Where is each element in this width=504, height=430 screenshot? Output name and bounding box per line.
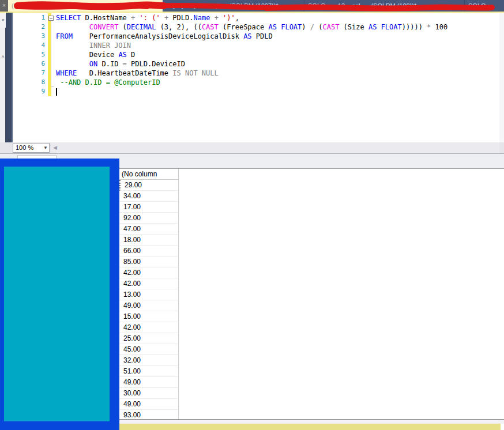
table-cell-value[interactable]: 51.00 — [119, 366, 178, 376]
code-line-3: FROM PerformanceAnalysisDeviceLogicalDis… — [56, 32, 447, 41]
table-row[interactable]: 49.00 — [119, 377, 179, 388]
table-cell-value[interactable]: 45.00 — [119, 344, 178, 354]
editor-bottom-bar: 100 % ▼ ◀ — [0, 142, 504, 153]
code-line-5: Device AS D — [56, 50, 447, 59]
code-line-9 — [56, 87, 447, 96]
sql-code-text: SELECT D.HostName + ': (' + PDLD.Name + … — [56, 13, 447, 96]
table-row[interactable]: 42.00 — [119, 322, 179, 333]
document-tab-3[interactable]: SQLQuery13....sql - ...(SQLPM (100))* — [304, 0, 465, 12]
table-cell-value[interactable]: 49.00 — [119, 300, 178, 311]
line-number: 1 — [13, 13, 45, 22]
table-cell-value[interactable]: 92.00 — [119, 213, 178, 223]
line-number: 6 — [13, 59, 45, 69]
document-tabs: (SQLPM (101))*×SQLQuery11....sql - ...(S… — [8, 0, 504, 12]
table-row[interactable]: 45.00 — [119, 344, 179, 355]
document-tab-bar: × (SQLPM (101))*×SQLQuery11....sql - ...… — [0, 0, 504, 12]
table-cell-value[interactable]: 85.00 — [119, 257, 178, 267]
document-tab-label: (SQLPM (101))* — [12, 2, 57, 9]
scroll-up-icon[interactable]: ^ — [0, 54, 6, 61]
sql-code-editor[interactable]: 123456789 SELECT D.HostName + ': (' + PD… — [13, 13, 499, 142]
table-row[interactable]: 30.00 — [119, 388, 179, 399]
table-row[interactable]: 49.00 — [119, 300, 179, 311]
document-tab-1[interactable]: (SQLPM (101))*× — [8, 0, 163, 12]
table-cell-value[interactable]: 17.00 — [119, 202, 178, 212]
line-number: 4 — [13, 41, 45, 50]
document-tab-4[interactable]: SQLQue — [465, 0, 504, 12]
table-row[interactable]: 29.00 — [119, 180, 179, 191]
table-row[interactable]: 92.00 — [119, 213, 179, 224]
table-cell-value[interactable]: 47.00 — [119, 224, 178, 234]
table-cell-value[interactable]: 42.00 — [119, 267, 178, 278]
code-line-1: SELECT D.HostName + ': (' + PDLD.Name + … — [56, 13, 447, 22]
line-number: 9 — [13, 87, 45, 96]
editor-vertical-scrollbar[interactable] — [499, 13, 504, 142]
fold-guide-line — [51, 21, 51, 86]
table-row[interactable]: 42.00 — [119, 267, 179, 278]
table-cell-value[interactable]: 18.00 — [119, 235, 178, 245]
line-number: 5 — [13, 50, 45, 59]
line-number: 3 — [13, 32, 45, 41]
table-cell-value[interactable]: 49.00 — [119, 377, 178, 387]
table-row[interactable]: 32.00 — [119, 355, 179, 366]
zoom-level-dropdown[interactable]: 100 % ▼ — [13, 143, 50, 153]
table-row[interactable]: 34.00 — [119, 191, 179, 202]
chevron-down-icon: ▼ — [43, 144, 48, 152]
text-caret — [56, 88, 57, 96]
table-cell-value[interactable]: 49.00 — [119, 399, 178, 409]
status-bar-corner — [501, 424, 504, 430]
code-line-6: ON D.ID = PDLD.DeviceID — [56, 59, 447, 69]
line-number-gutter: 123456789 — [13, 13, 45, 96]
table-row[interactable]: 66.00 — [119, 246, 179, 257]
editor-horizontal-scrollbar[interactable]: ◀ — [51, 142, 499, 153]
table-cell-value[interactable]: 25.00 — [119, 333, 178, 344]
table-row[interactable]: 15.00 — [119, 311, 179, 322]
redaction-rectangle — [0, 159, 119, 430]
table-row[interactable]: 18.00 — [119, 235, 179, 246]
line-number: 8 — [13, 78, 45, 87]
table-cell-value[interactable]: 32.00 — [119, 355, 178, 365]
document-tab-2[interactable]: SQLQuery11....sql - ...(SQLPM (1007))* — [163, 0, 304, 12]
left-scroll-rail[interactable] — [0, 13, 5, 159]
table-cell-value[interactable]: 66.00 — [119, 246, 178, 256]
document-tab-label: SQLQue — [468, 2, 493, 9]
code-line-4: INNER JOIN — [56, 41, 447, 50]
table-row[interactable]: 25.00 — [119, 333, 179, 344]
document-tab-label: SQLQuery13....sql - ...(SQLPM (100))* — [308, 2, 416, 9]
zoom-level-value: 100 % — [16, 144, 33, 152]
code-line-8: --AND D.ID = @ComputerID — [56, 78, 447, 87]
fold-guide-foot — [51, 86, 54, 87]
grid-column-header[interactable]: (No column name) — [119, 169, 179, 180]
expand-panel-icon[interactable]: » — [0, 13, 6, 28]
grid-rows: 29.0034.0017.0092.0047.0018.0066.0085.00… — [119, 180, 179, 421]
close-icon[interactable]: × — [154, 0, 161, 12]
table-row[interactable]: 85.00 — [119, 257, 179, 267]
ssms-window: × (SQLPM (101))*×SQLQuery11....sql - ...… — [0, 0, 504, 430]
table-row[interactable]: 51.00 — [119, 366, 179, 377]
table-cell-value[interactable]: 29.00 — [121, 180, 178, 190]
code-line-2: CONVERT (DECIMAL (3, 2), ((CAST (FreeSpa… — [56, 22, 447, 32]
redaction-rectangle-inner — [4, 167, 110, 421]
table-cell-value[interactable]: 15.00 — [119, 311, 178, 322]
table-row[interactable]: 17.00 — [119, 202, 179, 213]
table-cell-value[interactable]: 34.00 — [119, 191, 178, 201]
editor-margin-rail — [5, 13, 13, 159]
scroll-left-icon[interactable]: ◀ — [53, 142, 57, 153]
window-menu-icon[interactable]: × — [0, 0, 8, 12]
table-cell-value[interactable]: 42.00 — [119, 322, 178, 333]
code-fold-collapse-icon[interactable] — [48, 16, 54, 21]
table-cell-value[interactable]: 42.00 — [119, 278, 178, 289]
table-row[interactable]: 47.00 — [119, 224, 179, 235]
table-row[interactable]: 13.00 — [119, 289, 179, 300]
line-number: 2 — [13, 22, 45, 32]
table-row[interactable]: 42.00 — [119, 278, 179, 289]
table-row[interactable]: 49.00 — [119, 399, 179, 410]
line-number: 7 — [13, 69, 45, 78]
code-line-7: WHERE D.HeartbeatDateTime IS NOT NULL — [56, 69, 447, 78]
document-tab-label: SQLQuery11....sql - ...(SQLPM (1007))* — [167, 2, 279, 9]
table-cell-value[interactable]: 13.00 — [119, 289, 178, 300]
table-cell-value[interactable]: 30.00 — [119, 388, 178, 398]
